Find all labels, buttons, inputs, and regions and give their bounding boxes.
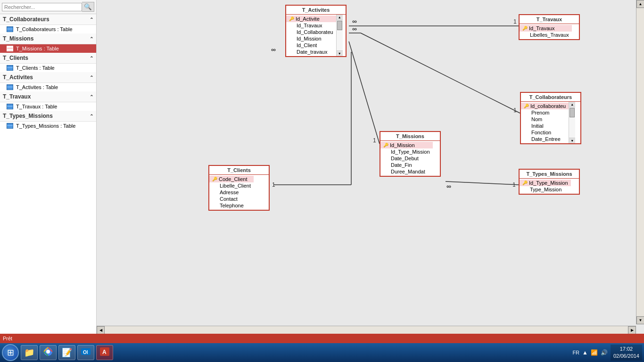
db-table-t_clients: T_Clients🔑Code_ClientLibelle_ClientAdres… <box>208 165 270 211</box>
sidebar-item-t_activites-:-table[interactable]: T_Activites : Table <box>0 83 96 91</box>
table-fields: 🔑Id_Type_MissionType_Mission <box>520 179 571 194</box>
primary-key-field: 🔑Code_Client <box>209 176 254 182</box>
sidebar-group-t_activites: T_Activites⌃T_Activites : Table <box>0 72 96 91</box>
table-scrollbar[interactable]: ▲ ▼ <box>569 102 575 143</box>
key-icon: 🔑 <box>212 177 217 181</box>
sidebar-group-header-t_missions[interactable]: T_Missions⌃ <box>0 33 96 44</box>
scrollbar-up-btn[interactable]: ▲ <box>337 15 343 20</box>
field-name: Id_Travaux <box>297 23 322 28</box>
start-button[interactable]: ⊞ <box>2 344 19 361</box>
table-field: Id_Mission <box>286 35 336 42</box>
sidebar-group-t_types_missions: T_Types_Missions⌃T_Types_Missions : Tabl… <box>0 111 96 130</box>
table-body: 🔑Id_ActiviteId_TravauxId_CollaborateuId_… <box>286 15 346 56</box>
key-icon: 🔑 <box>522 26 528 31</box>
sidebar-group-header-t_collaborateurs[interactable]: T_Collaborateurs⌃ <box>0 14 96 25</box>
table-field: Contact <box>209 196 254 202</box>
tray-volume-icon: 🔊 <box>601 349 608 356</box>
scrollbar-down-btn[interactable]: ▼ <box>569 138 575 143</box>
table-field: Libelles_Travaux <box>520 32 572 38</box>
chrome-icon <box>43 347 53 358</box>
language-indicator: FR <box>572 350 579 355</box>
scroll-left-btn[interactable]: ◀ <box>97 326 105 334</box>
sidebar-group-header-t_clients[interactable]: T_Clients⌃ <box>0 53 96 64</box>
canvas-scrollbar-horizontal[interactable]: ◀ ▶ <box>97 326 636 334</box>
sidebar-item-label: T_Activites : Table <box>16 84 58 90</box>
status-bar: Prêt <box>0 334 644 343</box>
sidebar-item-t_travaux-:-table[interactable]: T_Travaux : Table <box>0 102 96 111</box>
field-name: Type_Mission <box>530 187 561 192</box>
field-name: Id_Mission <box>390 142 415 148</box>
table-body: 🔑Id_MissionId_Type_MissionDate_DebutDate… <box>380 141 440 176</box>
group-label: T_Activites <box>3 74 33 81</box>
sidebar-group-header-t_activites[interactable]: T_Activites⌃ <box>0 72 96 83</box>
chevron-icon: ⌃ <box>90 17 93 22</box>
main-area: 🔍 T_Collaborateurs⌃T_Collaborateurs : Ta… <box>0 0 644 334</box>
field-name: Id_Type_Mission <box>529 180 568 186</box>
scrollbar-track <box>337 20 343 50</box>
group-label: T_Types_Missions <box>3 113 53 119</box>
table-fields: 🔑Code_ClientLibelle_ClientAdresseContact… <box>209 175 254 210</box>
chevron-icon: ⌃ <box>90 36 93 41</box>
field-name: Id_Mission <box>297 36 322 41</box>
sticky-notes-button[interactable]: 📝 <box>58 345 75 360</box>
system-clock: 17:02 02/06/2014 <box>611 345 642 361</box>
svg-text:Ol: Ol <box>83 350 88 355</box>
svg-text:∞: ∞ <box>352 25 357 33</box>
scroll-down-btn[interactable]: ▼ <box>636 316 644 324</box>
outlook-button[interactable]: Ol <box>77 345 94 360</box>
sidebar-item-t_types_missions-:-table[interactable]: T_Types_Missions : Table <box>0 122 96 130</box>
svg-text:1: 1 <box>513 18 517 25</box>
canvas-scrollbar-vertical[interactable]: ▲ ▼ <box>636 0 644 324</box>
field-name: Initial <box>531 123 544 129</box>
chevron-icon: ⌃ <box>90 75 93 80</box>
clock-date: 02/06/2014 <box>613 353 639 360</box>
canvas-area: ∞ 1 ∞ 1 ∞ 1 1 ∞ 1 T_Activites🔑Id_Activit… <box>97 0 644 334</box>
field-name: Id_Type_Mission <box>391 149 430 155</box>
svg-line-6 <box>446 181 519 185</box>
scroll-right-btn[interactable]: ▶ <box>628 326 636 334</box>
sidebar-group-t_clients: T_Clients⌃T_Clients : Table <box>0 53 96 72</box>
scrollbar-up-btn[interactable]: ▲ <box>569 102 575 107</box>
access-icon: A <box>99 346 110 359</box>
field-name: Id_Collaborateu <box>297 29 333 35</box>
sidebar-groups: T_Collaborateurs⌃T_Collaborateurs : Tabl… <box>0 14 96 130</box>
scrollbar-track <box>569 107 575 138</box>
search-button[interactable]: 🔍 <box>82 2 94 12</box>
explorer-button[interactable]: 📁 <box>21 345 38 360</box>
table-fields: 🔑Id_collaborateuPrenomNomInitialFonction… <box>521 102 569 143</box>
sidebar-group-header-t_travaux[interactable]: T_Travaux⌃ <box>0 91 96 102</box>
sidebar-item-t_clients-:-table[interactable]: T_Clients : Table <box>0 64 96 72</box>
search-input[interactable] <box>2 3 82 11</box>
svg-text:∞: ∞ <box>352 17 357 25</box>
table-body: 🔑Code_ClientLibelle_ClientAdresseContact… <box>209 175 269 210</box>
table-field: Fonction <box>521 129 569 136</box>
table-item-icon <box>7 84 14 90</box>
clock-time: 17:02 <box>613 346 639 353</box>
table-body: 🔑Id_collaborateuPrenomNomInitialFonction… <box>521 102 580 143</box>
svg-text:1: 1 <box>272 181 275 188</box>
chrome-button[interactable] <box>40 345 57 360</box>
field-name: Prenom <box>531 110 550 115</box>
sidebar-item-label: T_Types_Missions : Table <box>16 123 75 129</box>
tray-network-icon: ▲ <box>582 349 588 356</box>
sidebar-item-t_missions-:-table[interactable]: T_Missions : Table <box>0 44 96 53</box>
field-name: Date_travaux <box>297 49 327 55</box>
db-table-t_collaborateurs: T_Collaborateurs🔑Id_collaborateuPrenomNo… <box>520 92 581 144</box>
table-fields: 🔑Id_ActiviteId_TravauxId_CollaborateuId_… <box>286 15 336 56</box>
field-name: Id_collaborateu <box>530 103 566 109</box>
sidebar-item-t_collaborateurs-:-table[interactable]: T_Collaborateurs : Table <box>0 25 96 33</box>
table-fields: 🔑Id_TravauxLibelles_Travaux <box>520 24 572 39</box>
svg-text:∞: ∞ <box>446 182 451 190</box>
scrollbar-thumb <box>570 108 575 117</box>
table-header: T_Missions <box>380 132 440 141</box>
svg-text:1: 1 <box>512 181 516 188</box>
table-scrollbar[interactable]: ▲ ▼ <box>336 15 343 56</box>
folder-icon: 📁 <box>24 347 34 358</box>
scroll-up-btn[interactable]: ▲ <box>636 0 644 8</box>
access-button[interactable]: A <box>96 345 113 360</box>
table-header: T_Clients <box>209 166 269 175</box>
scrollbar-down-btn[interactable]: ▼ <box>337 50 343 56</box>
sidebar-group-header-t_types_missions[interactable]: T_Types_Missions⌃ <box>0 111 96 122</box>
table-field: Id_Type_Mission <box>380 148 433 155</box>
windows-icon: ⊞ <box>7 347 14 358</box>
